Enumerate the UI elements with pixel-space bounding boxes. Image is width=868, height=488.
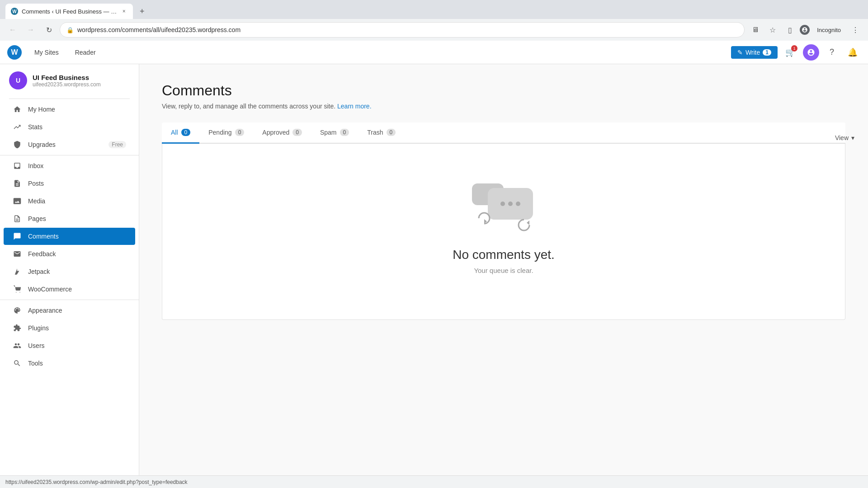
comments-tabs: All 0 Pending 0 Approved 0 Spam 0 Trash: [162, 122, 845, 144]
sidebar-item-label: Appearance: [28, 307, 62, 314]
help-button[interactable]: ?: [824, 44, 840, 61]
sidebar-item-label: Pages: [28, 215, 46, 222]
inbox-icon: [13, 162, 22, 170]
url-text: wordpress.com/comments/all/uifeed20235.w…: [77, 26, 738, 33]
view-toggle[interactable]: View ▾: [835, 134, 854, 141]
sidebar-item-my-home[interactable]: My Home: [4, 101, 135, 118]
tab-all-label: All: [171, 129, 178, 136]
sidebar-item-label: WooCommerce: [28, 286, 72, 293]
site-url: uifeed20235.wordpress.com: [33, 81, 130, 88]
main-layout: U UI Feed Business uifeed20235.wordpress…: [0, 64, 868, 488]
topbar-right: ✎ Write 1 🛒 1 ? 🔔: [731, 44, 861, 61]
tab-pending-count: 0: [235, 129, 245, 136]
cart-badge: 1: [791, 45, 797, 52]
write-count: 1: [763, 49, 771, 56]
tab-pending[interactable]: Pending 0: [199, 122, 253, 144]
users-icon: [13, 342, 22, 350]
sidebar-item-posts[interactable]: Posts: [4, 175, 135, 192]
tab-approved-label: Approved: [262, 129, 289, 136]
comments-icon: [13, 232, 22, 240]
sidebar-item-jetpack[interactable]: Jetpack: [4, 263, 135, 280]
sidebar-item-comments[interactable]: Comments: [4, 228, 135, 245]
sidebar-item-label: My Home: [28, 106, 55, 113]
new-tab-button[interactable]: +: [136, 5, 148, 18]
page-description: View, reply to, and manage all the comme…: [162, 103, 845, 110]
plugins-icon: [13, 324, 22, 332]
sidebar-item-plugins[interactable]: Plugins: [4, 319, 135, 337]
sidebar-item-tools[interactable]: Tools: [4, 355, 135, 372]
status-bar: https://uifeed20235.wordpress.com/wp-adm…: [0, 475, 868, 488]
sidebar-divider-3: [0, 300, 139, 300]
sidebar-item-appearance[interactable]: Appearance: [4, 302, 135, 319]
sidebar-item-label: Media: [28, 197, 45, 205]
stats-icon: [13, 123, 22, 131]
chevron-down-icon: ▾: [851, 134, 854, 141]
sidebar-item-feedback[interactable]: Feedback: [4, 245, 135, 263]
write-label: Write: [745, 49, 760, 56]
browser-actions: 🖥 ☆ ▯ Incognito ⋮: [748, 23, 863, 37]
tab-spam[interactable]: Spam 0: [311, 122, 358, 144]
browser-tab[interactable]: W Comments ‹ UI Feed Business — … ×: [5, 4, 133, 19]
sidebar-item-label: Posts: [28, 180, 44, 187]
sidebar-divider: [9, 99, 130, 99]
profile-icon[interactable]: [800, 25, 810, 35]
refresh-button[interactable]: ↻: [42, 23, 56, 37]
tab-trash-count: 0: [387, 129, 396, 136]
sidebar-item-media[interactable]: Media: [4, 192, 135, 210]
tab-all[interactable]: All 0: [162, 122, 199, 144]
tab-close-button[interactable]: ×: [120, 8, 127, 15]
svg-point-1: [19, 292, 20, 293]
sidebar-divider-2: [0, 155, 139, 155]
tab-all-count: 0: [181, 129, 191, 136]
learn-more-link[interactable]: Learn more.: [337, 103, 371, 110]
sidebar-item-label: Users: [28, 342, 45, 349]
reader-nav[interactable]: Reader: [71, 47, 99, 58]
page-title: Comments: [162, 82, 845, 99]
sidebar-item-pages[interactable]: Pages: [4, 210, 135, 227]
upgrades-badge: Free: [108, 141, 126, 148]
posts-icon: [13, 179, 22, 188]
sidebar-item-inbox[interactable]: Inbox: [4, 157, 135, 174]
empty-title: No comments yet.: [453, 248, 555, 262]
title-bar: W Comments ‹ UI Feed Business — … × +: [0, 0, 868, 19]
cast-icon[interactable]: 🖥: [748, 23, 763, 37]
home-icon: [13, 105, 22, 113]
site-info: UI Feed Business uifeed20235.wordpress.c…: [33, 74, 130, 88]
app-wrapper: W Comments ‹ UI Feed Business — … × + ← …: [0, 0, 868, 488]
forward-button[interactable]: →: [24, 23, 38, 37]
svg-point-6: [516, 202, 520, 206]
site-header[interactable]: U UI Feed Business uifeed20235.wordpress…: [0, 64, 139, 97]
cart-button[interactable]: 🛒 1: [782, 44, 798, 61]
svg-point-0: [16, 292, 17, 293]
notifications-button[interactable]: 🔔: [844, 44, 861, 61]
my-sites-nav[interactable]: My Sites: [31, 47, 62, 58]
write-button[interactable]: ✎ Write 1: [731, 46, 778, 59]
tab-trash-label: Trash: [367, 129, 383, 136]
status-url: https://uifeed20235.wordpress.com/wp-adm…: [5, 479, 188, 485]
tab-title: Comments ‹ UI Feed Business — …: [22, 8, 117, 15]
empty-subtitle: Your queue is clear.: [474, 267, 533, 274]
incognito-label[interactable]: Incognito: [812, 25, 845, 35]
wp-logo[interactable]: W: [7, 45, 22, 60]
svg-point-5: [508, 202, 513, 206]
sidebar-item-stats[interactable]: Stats: [4, 118, 135, 136]
sidebar-toggle-button[interactable]: ▯: [783, 23, 797, 37]
jetpack-icon: [13, 267, 22, 276]
tab-trash[interactable]: Trash 0: [358, 122, 405, 144]
user-avatar[interactable]: [803, 44, 819, 61]
appearance-icon: [13, 306, 22, 314]
back-button[interactable]: ←: [5, 23, 20, 37]
upgrades-icon: [13, 141, 22, 149]
sidebar-item-label: Inbox: [28, 162, 43, 169]
sidebar-item-woocommerce[interactable]: WooCommerce: [4, 281, 135, 298]
lock-icon: 🔒: [66, 27, 74, 33]
sidebar-item-users[interactable]: Users: [4, 337, 135, 354]
bookmark-icon[interactable]: ☆: [765, 23, 780, 37]
more-button[interactable]: ⋮: [848, 23, 863, 37]
view-label: View: [835, 134, 849, 141]
tab-approved[interactable]: Approved 0: [253, 122, 311, 144]
sidebar-item-upgrades[interactable]: Upgrades Free: [4, 136, 135, 153]
tab-spam-count: 0: [340, 129, 349, 136]
address-bar[interactable]: 🔒 wordpress.com/comments/all/uifeed20235…: [60, 22, 745, 38]
sidebar-item-label: Stats: [28, 123, 42, 131]
